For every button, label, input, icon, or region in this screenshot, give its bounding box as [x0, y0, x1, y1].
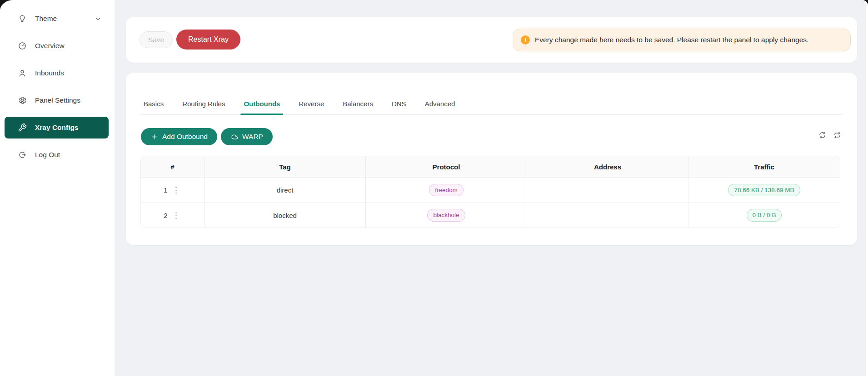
protocol-badge: blackhole: [427, 209, 465, 222]
sidebar-item-label: Panel Settings: [35, 96, 80, 104]
sidebar-item-label: Overview: [35, 42, 65, 50]
tab-routing-rules[interactable]: Routing Rules: [182, 93, 225, 114]
tab-advanced[interactable]: Advanced: [425, 93, 455, 114]
user-icon: [18, 69, 27, 78]
gear-icon: [18, 96, 27, 105]
header-protocol: Protocol: [366, 156, 527, 177]
tab-outbounds[interactable]: Outbounds: [244, 93, 280, 114]
sidebar-item-log-out[interactable]: Log Out: [5, 144, 109, 166]
warp-button[interactable]: WARP: [221, 128, 273, 145]
logout-icon: [18, 150, 27, 159]
repeat-icon[interactable]: [833, 131, 842, 139]
table-row: 2 ⋮ blocked blackhole 0 B / 0 B: [141, 203, 840, 228]
cloud-icon: [230, 133, 238, 141]
actions-card: Save Restart Xray ! Every change made he…: [126, 17, 857, 63]
tab-dns[interactable]: DNS: [392, 93, 406, 114]
sidebar-item-overview[interactable]: Overview: [5, 35, 109, 57]
row-menu-icon[interactable]: ⋮: [171, 185, 181, 195]
sidebar-item-label: Xray Configs: [35, 124, 79, 132]
unsaved-changes-alert: ! Every change made here needs to be sav…: [513, 29, 851, 51]
xray-config-card: Basics Routing Rules Outbounds Reverse B…: [126, 73, 857, 245]
protocol-badge: freedom: [429, 184, 464, 197]
wrench-icon: [18, 123, 27, 132]
alert-text: Every change made here needs to be saved…: [535, 36, 808, 44]
row-index: 2: [164, 212, 167, 219]
add-outbound-button[interactable]: Add Outbound: [141, 128, 217, 145]
xray-panel-page: Theme Overview: [0, 0, 868, 376]
dashboard-icon: [18, 41, 27, 50]
row-tag: direct: [205, 178, 366, 203]
row-tag: blocked: [205, 203, 366, 228]
plus-icon: [150, 133, 158, 141]
header-traffic: Traffic: [688, 156, 840, 177]
sidebar-item-label: Log Out: [35, 151, 60, 159]
header-index: #: [141, 156, 205, 177]
config-tabs: Basics Routing Rules Outbounds Reverse B…: [140, 93, 843, 115]
row-address: [527, 178, 688, 203]
sidebar: Theme Overview: [0, 0, 115, 376]
table-row: 1 ⋮ direct freedom 78.66 KB / 138.69 MB: [141, 178, 840, 203]
table-header-row: # Tag Protocol Address Traffic: [141, 156, 840, 178]
refresh-icon[interactable]: [818, 131, 827, 139]
main-content: Save Restart Xray ! Every change made he…: [115, 0, 868, 376]
sidebar-item-panel-settings[interactable]: Panel Settings: [5, 89, 109, 111]
sidebar-item-theme[interactable]: Theme: [5, 8, 109, 30]
bulb-icon: [18, 14, 27, 23]
traffic-badge: 0 B / 0 B: [747, 209, 782, 222]
sidebar-item-xray-configs[interactable]: Xray Configs: [5, 117, 109, 139]
tab-reverse[interactable]: Reverse: [299, 93, 324, 114]
tab-balancers[interactable]: Balancers: [343, 93, 373, 114]
save-button[interactable]: Save: [140, 31, 173, 48]
warning-icon: !: [521, 35, 530, 45]
warp-label: WARP: [242, 133, 263, 141]
outbounds-table: # Tag Protocol Address Traffic 1 ⋮ direc…: [140, 156, 840, 228]
row-index: 1: [164, 186, 167, 194]
scrollbar-track[interactable]: [866, 0, 868, 376]
row-menu-icon[interactable]: ⋮: [171, 211, 181, 220]
outbounds-toolbar: Add Outbound WARP: [141, 128, 273, 145]
add-outbound-label: Add Outbound: [162, 133, 208, 141]
header-address: Address: [527, 156, 688, 177]
row-address: [527, 203, 688, 228]
traffic-badge: 78.66 KB / 138.69 MB: [728, 184, 800, 197]
sidebar-item-inbounds[interactable]: Inbounds: [5, 62, 109, 84]
header-tag: Tag: [205, 156, 366, 177]
tab-basics[interactable]: Basics: [144, 93, 164, 114]
sidebar-item-label: Inbounds: [35, 69, 64, 77]
restart-xray-button[interactable]: Restart Xray: [176, 30, 240, 49]
sidebar-item-label: Theme: [35, 15, 57, 23]
table-actions: [818, 131, 842, 139]
chevron-down-icon: [95, 15, 101, 22]
